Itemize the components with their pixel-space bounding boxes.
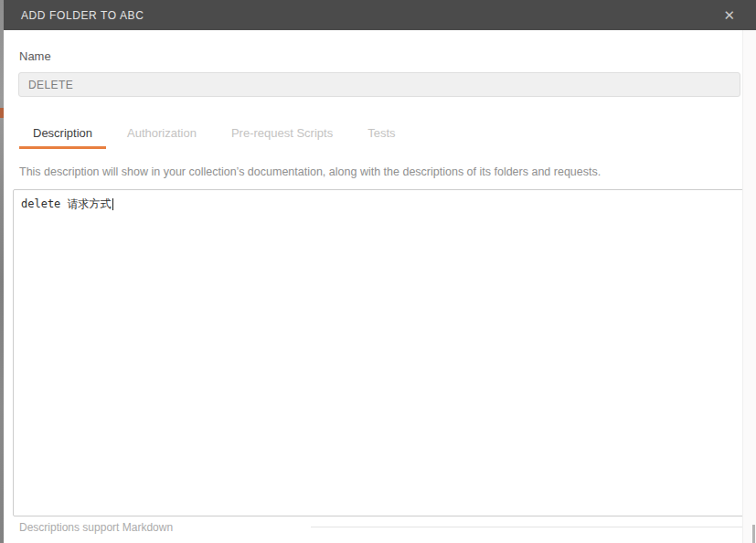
description-text: delete 请求方式 <box>21 197 112 210</box>
scrollbar-fragment[interactable] <box>752 525 755 543</box>
name-label: Name <box>19 49 51 63</box>
tab-pre-request-scripts-label: Pre-request Scripts <box>231 126 333 140</box>
description-helper-text: This description will show in your colle… <box>19 165 601 178</box>
footer-divider <box>311 527 742 527</box>
tab-tests[interactable]: Tests <box>354 119 409 149</box>
tab-bar: Description Authorization Pre-request Sc… <box>19 119 417 149</box>
tab-pre-request-scripts[interactable]: Pre-request Scripts <box>218 119 346 149</box>
name-input[interactable] <box>18 72 740 97</box>
underlying-page-right-strip <box>742 30 756 543</box>
modal-body: Name Description Authorization Pre-reque… <box>4 30 742 543</box>
modal-titlebar: ADD FOLDER TO ABC ✕ <box>4 0 756 30</box>
tab-authorization-label: Authorization <box>127 126 197 140</box>
screen: ADD FOLDER TO ABC ✕ Name Description Aut… <box>0 0 756 543</box>
modal-title: ADD FOLDER TO ABC <box>21 9 144 22</box>
description-textarea[interactable]: delete 请求方式 <box>13 189 745 516</box>
tab-authorization[interactable]: Authorization <box>113 119 210 149</box>
tab-tests-label: Tests <box>367 126 395 140</box>
tab-description[interactable]: Description <box>19 119 106 149</box>
markdown-hint: Descriptions support Markdown <box>19 521 173 534</box>
active-tab-underline <box>19 146 106 149</box>
tab-description-label: Description <box>33 126 92 140</box>
text-cursor <box>112 198 113 210</box>
close-icon[interactable]: ✕ <box>719 6 739 24</box>
